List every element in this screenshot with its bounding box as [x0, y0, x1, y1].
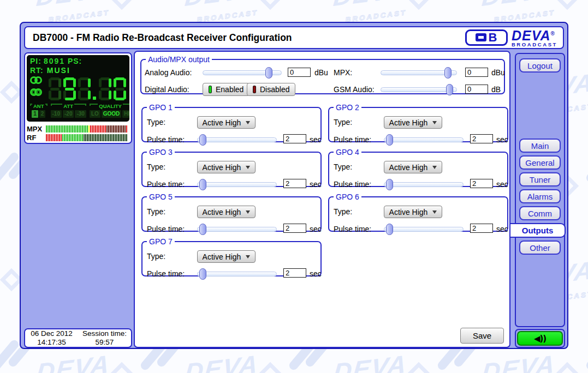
page-title: DB7000 - FM Radio Re-Broadcast Receiver …: [25, 32, 465, 44]
gsm-audio-value-input[interactable]: 0: [465, 85, 488, 94]
sidebar-item-outputs[interactable]: Outputs: [510, 223, 566, 238]
rt-value: MUSI: [47, 66, 70, 75]
gpo-5-type-label: Type:: [147, 207, 165, 216]
gpo-5-pulse-slider-thumb[interactable]: [199, 224, 206, 235]
gpo-6-type-select[interactable]: Active High: [384, 206, 442, 218]
digital-audio-disabled-button[interactable]: Disabled: [247, 83, 295, 96]
gpo-4-pulse-value-input[interactable]: 2: [470, 179, 493, 188]
gpo-2-type-select[interactable]: Active High: [384, 116, 442, 129]
gpo-4-legend: GPO 4: [334, 148, 361, 157]
gpo-2-type-label: Type:: [334, 118, 352, 127]
frequency-digit: [99, 77, 111, 100]
speaker-button[interactable]: ◀)): [517, 331, 563, 346]
gpo-3-type-select[interactable]: Active High: [197, 161, 256, 173]
gsm-audio-slider[interactable]: [381, 87, 457, 92]
gpo-7-type-select[interactable]: Active High: [197, 250, 256, 263]
gpo-1-type-select[interactable]: Active High: [197, 116, 256, 129]
gpo-4-section: GPO 4Type:Active HighPulse time:2sec: [328, 148, 508, 187]
gpo-5-pulse-value-input[interactable]: 2: [283, 224, 306, 233]
mpx-slider-thumb[interactable]: [444, 67, 452, 79]
gsm-audio-slider-thumb[interactable]: [446, 84, 453, 95]
gpo-6-pulse-label: Pulse time:: [334, 225, 371, 233]
gpo-1-pulse-slider-thumb[interactable]: [199, 134, 206, 146]
indicator-m10: -10: [51, 110, 62, 118]
indicator-group-ant: ANT12: [30, 104, 47, 118]
gpo-7-pulse-unit: sec: [310, 269, 322, 278]
signal-indicators: ANT12ATT-10-20-30QUALITYLOGOODHI: [30, 104, 126, 118]
sidebar-item-main[interactable]: Main: [519, 139, 561, 153]
deva-broadcast-logo: B DEVA® BROADCAST: [465, 28, 563, 47]
gpo-7-section: GPO 7Type:Active HighPulse time:2sec: [141, 237, 322, 276]
gpo-6-pulse-value-input[interactable]: 2: [470, 224, 493, 233]
gpo-6-pulse-unit: sec: [496, 225, 508, 233]
gpo-6-type-value: Active High: [389, 208, 428, 216]
gpo-3-pulse-value-input[interactable]: 2: [283, 179, 306, 188]
mpx-meter-label: MPX: [27, 125, 43, 133]
gpo-1-pulse-slider[interactable]: [197, 137, 277, 142]
digital-audio-label: Digital Audio:: [145, 85, 189, 94]
indicator-m20: -20: [63, 110, 74, 118]
gpo-4-pulse-label: Pulse time:: [334, 180, 371, 189]
gpo-6-pulse-slider[interactable]: [384, 227, 464, 232]
save-button[interactable]: Save: [460, 328, 504, 344]
gpo-4-type-select[interactable]: Active High: [384, 161, 442, 173]
analog-audio-slider[interactable]: [203, 70, 282, 75]
gpo-7-pulse-value-input[interactable]: 2: [283, 268, 306, 278]
audio-monitor-panel: ◀)): [515, 329, 565, 348]
frequency-digit: [114, 77, 126, 100]
gpo-6-pulse-slider-thumb[interactable]: [386, 224, 393, 235]
decimal-point: [93, 77, 97, 100]
gpo-5-section: GPO 5Type:Active HighPulse time:2sec: [141, 192, 322, 232]
mpx-value-input[interactable]: 0: [465, 68, 488, 77]
gpo-6-legend: GPO 6: [334, 192, 361, 201]
analog-audio-value-input[interactable]: 0: [288, 68, 311, 77]
level-meters: MPXRF: [27, 124, 129, 142]
gpo-2-pulse-slider-thumb[interactable]: [386, 134, 393, 146]
outputs-settings-panel: Audio/MPX output Analog Audio: 0 dBu MPX…: [134, 51, 510, 348]
chevron-down-icon: [432, 121, 437, 124]
gpo-2-pulse-value-input[interactable]: 2: [470, 134, 493, 143]
gpo-3-type-value: Active High: [203, 163, 241, 172]
lcd-display: PI:8091 PS: RT:MUSI ANT12ATT-10-20-30QUA…: [27, 55, 129, 122]
gpo-6-section: GPO 6Type:Active HighPulse time:2sec: [328, 192, 508, 232]
logo-subtitle: BROADCAST: [512, 41, 557, 47]
sidebar-item-comm[interactable]: Comm: [519, 206, 561, 220]
gpo-3-pulse-slider-thumb[interactable]: [199, 179, 206, 190]
frequency-digit: [78, 77, 91, 100]
title-bar: DB7000 - FM Radio Re-Broadcast Receiver …: [24, 26, 564, 49]
db-monogram-icon: B: [465, 29, 508, 46]
gpo-7-pulse-slider-thumb[interactable]: [199, 268, 206, 280]
chevron-down-icon: [246, 255, 250, 258]
gpo-5-type-select[interactable]: Active High: [197, 206, 256, 218]
gpo-2-pulse-label: Pulse time:: [334, 135, 371, 144]
chevron-down-icon: [246, 210, 250, 214]
mpx-slider[interactable]: [381, 70, 457, 75]
logout-button[interactable]: Logout: [519, 58, 561, 73]
digital-audio-enabled-button[interactable]: Enabled: [203, 83, 250, 96]
gpo-1-pulse-label: Pulse time:: [147, 135, 185, 144]
gpo-4-pulse-slider[interactable]: [384, 182, 464, 187]
gpo-7-pulse-slider[interactable]: [197, 272, 277, 276]
logo-text: DEVA® BROADCAST: [512, 28, 557, 47]
audio-mpx-legend: Audio/MPX output: [146, 55, 212, 64]
session-time-label: Session time:: [82, 329, 127, 338]
session-timer: 59:57: [96, 338, 114, 347]
chevron-down-icon: [432, 166, 437, 169]
gpo-3-pulse-slider[interactable]: [197, 182, 277, 187]
sidebar-item-alarms[interactable]: Alarms: [519, 189, 561, 203]
gpo-5-pulse-slider[interactable]: [197, 227, 277, 232]
gsm-audio-label: GSM Audio:: [334, 85, 375, 94]
frequency-digit: [49, 77, 61, 100]
analog-audio-slider-thumb[interactable]: [265, 67, 272, 79]
date-time-column: 06 Dec 2012 14:17:35: [25, 329, 78, 347]
frequency-display: [49, 77, 126, 100]
sidebar-item-tuner[interactable]: Tuner: [519, 172, 561, 186]
sidebar-item-other[interactable]: Other: [519, 240, 561, 255]
pi-label: PI:: [30, 57, 41, 65]
session-column: Session time: 59:57: [78, 329, 131, 347]
sidebar-item-general[interactable]: General: [519, 155, 561, 170]
gpo-4-pulse-slider-thumb[interactable]: [386, 179, 393, 190]
rds-icon: [30, 88, 42, 96]
gpo-1-pulse-value-input[interactable]: 2: [283, 134, 306, 143]
gpo-2-pulse-slider[interactable]: [384, 137, 464, 142]
